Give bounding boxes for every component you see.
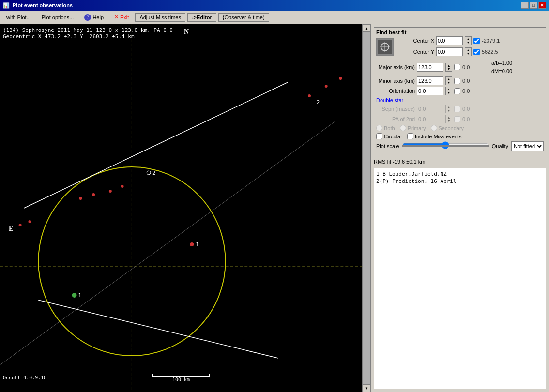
close-button[interactable]: ✕: [538, 2, 546, 9]
plot-scale-track: [402, 145, 489, 147]
svg-text:2: 2: [152, 170, 156, 176]
pa2nd-row: PA of 2nd ▲▼ 0.0: [376, 115, 544, 123]
quality-label: Quality: [492, 143, 508, 149]
orientation-label: Orientation: [376, 88, 415, 94]
help-menu[interactable]: ? Help: [80, 13, 108, 22]
svg-text:1: 1: [196, 241, 199, 248]
exit-icon: ✕: [114, 14, 119, 20]
obs-item-1: 1 B Loader,Darfield,NZ: [376, 170, 544, 178]
plot-svg: 2 1 1 2: [0, 24, 362, 392]
adjust-miss-menu[interactable]: Adjust Miss times: [135, 13, 185, 22]
app-icon: 📊: [3, 2, 10, 9]
major-axis-fit-value: 0.0: [462, 64, 487, 70]
orientation-fit-value: 0.0: [462, 88, 487, 94]
ab-ratio-line2: dM=0.00: [491, 67, 512, 75]
center-x-row: Center X ▲▼ -2379.1 Center Y ▲▼ 5622.5: [376, 36, 544, 58]
major-axis-checkbox[interactable]: [454, 64, 460, 70]
scale-label: 100 km: [172, 377, 190, 382]
sepn-spin[interactable]: ▲▼: [445, 105, 452, 113]
center-x-checkbox[interactable]: [473, 38, 480, 44]
minor-axis-checkbox[interactable]: [454, 78, 460, 84]
include-miss-text: Include Miss events: [415, 134, 462, 139]
sepn-checkbox[interactable]: [454, 106, 460, 112]
svg-point-12: [190, 242, 194, 246]
center-y-label: Center Y: [396, 49, 434, 55]
pa2nd-label: PA of 2nd: [376, 116, 415, 122]
orientation-row: Orientation ▲▼ 0.0: [376, 87, 544, 95]
center-y-spin[interactable]: ▲▼: [465, 47, 472, 56]
menu-bar: with Plot... Plot options... ? Help ✕ Ex…: [0, 11, 549, 24]
sepn-input[interactable]: [417, 105, 443, 113]
scale-bar: 100 km: [152, 374, 210, 382]
pa2nd-input[interactable]: [417, 115, 443, 123]
double-star-link[interactable]: Double star: [376, 97, 403, 103]
observations-list[interactable]: 1 B Loader,Darfield,NZ 2(P) Prediction, …: [374, 168, 546, 389]
center-y-checkbox[interactable]: [473, 49, 480, 55]
exit-menu[interactable]: ✕ Exit: [110, 13, 133, 22]
svg-point-10: [147, 171, 151, 175]
quality-select[interactable]: Not fitted Good Poor: [511, 141, 544, 151]
sepn-fit-value: 0.0: [462, 106, 487, 112]
plot-scale-section: Plot scale Quality Not fitted Good Poor: [376, 141, 544, 151]
center-y-input[interactable]: [436, 47, 463, 56]
version-label: Occult 4.0.9.18: [3, 375, 46, 380]
radio-primary[interactable]: Primary: [400, 125, 426, 131]
orientation-input[interactable]: [417, 87, 443, 95]
scroll-track[interactable]: [363, 32, 370, 384]
find-best-fit-title: Find best fit: [376, 30, 544, 35]
editor-menu[interactable]: ->Editor: [187, 13, 216, 22]
minor-axis-input[interactable]: [417, 76, 443, 85]
plot-options-menu[interactable]: Plot options...: [37, 13, 78, 22]
scroll-down-button[interactable]: ▼: [363, 384, 370, 392]
include-miss-checkbox[interactable]: [407, 133, 413, 139]
major-axis-row: Major axis (km) ▲▼ 0.0 a/b=1.00 dM=0.00: [376, 59, 544, 75]
radio-both[interactable]: Both: [376, 125, 395, 131]
right-panel: Find best fit Center X ▲▼: [370, 24, 549, 392]
radio-group: Both Primary Secondary: [376, 125, 544, 131]
radio-secondary[interactable]: Secondary: [431, 125, 464, 131]
svg-point-17: [325, 85, 328, 88]
circular-label[interactable]: Circular: [376, 133, 402, 139]
orientation-checkbox[interactable]: [454, 88, 460, 94]
minor-axis-fit-value: 0.0: [462, 78, 487, 84]
include-miss-label[interactable]: Include Miss events: [407, 133, 462, 139]
radio-primary-input[interactable]: [400, 125, 406, 131]
sepn-row: Sepn (masec) ▲▼ 0.0: [376, 105, 544, 113]
svg-text:1: 1: [78, 292, 81, 299]
orientation-spin[interactable]: ▲▼: [445, 87, 452, 95]
minor-axis-spin[interactable]: ▲▼: [445, 76, 452, 85]
center-x-input-row: Center X ▲▼ -2379.1: [396, 36, 506, 45]
with-plot-menu[interactable]: with Plot...: [2, 13, 35, 22]
svg-point-8: [79, 197, 82, 200]
radio-secondary-input[interactable]: [431, 125, 437, 131]
plot-area[interactable]: (134) Sophrosyne 2011 May 11 123.0 x 123…: [0, 24, 362, 392]
sepn-label: Sepn (masec): [376, 106, 415, 112]
minor-axis-label: Minor axis (km): [376, 78, 415, 84]
major-axis-spin[interactable]: ▲▼: [445, 63, 452, 72]
plot-info-line1: (134) Sophrosyne 2011 May 11 123.0 x 123…: [3, 27, 173, 33]
plot-info: (134) Sophrosyne 2011 May 11 123.0 x 123…: [3, 27, 173, 40]
major-axis-input[interactable]: [417, 63, 443, 72]
plot-info-line2: Geocentric X 473.2 ±2.3 Y -2603.2 ±5.4 k…: [3, 33, 173, 40]
center-x-input[interactable]: [436, 36, 463, 45]
plot-scale-label: Plot scale: [376, 143, 399, 149]
minimize-button[interactable]: _: [521, 2, 529, 9]
observer-time-menu[interactable]: {Observer & time): [218, 13, 269, 22]
pa2nd-spin[interactable]: ▲▼: [445, 115, 452, 123]
obs-item-2: 2(P) Prediction, 16 April: [376, 178, 544, 185]
vertical-scrollbar[interactable]: ▲ ▼: [362, 24, 370, 392]
scroll-up-button[interactable]: ▲: [363, 24, 370, 32]
double-star-section: Double star Sepn (masec) ▲▼ 0.0 PA of 2n…: [376, 97, 544, 131]
center-x-spin[interactable]: ▲▼: [465, 36, 472, 45]
plot-scale-slider-container: [402, 141, 489, 151]
svg-line-5: [0, 121, 336, 382]
svg-line-4: [38, 300, 278, 358]
radio-both-input[interactable]: [376, 125, 382, 131]
maximize-button[interactable]: □: [530, 2, 537, 9]
pa2nd-checkbox[interactable]: [454, 116, 460, 122]
svg-line-3: [24, 82, 288, 208]
svg-point-14: [72, 293, 77, 298]
major-axis-label: Major axis (km): [376, 64, 415, 70]
svg-point-18: [339, 77, 342, 80]
circular-checkbox[interactable]: [376, 133, 382, 139]
